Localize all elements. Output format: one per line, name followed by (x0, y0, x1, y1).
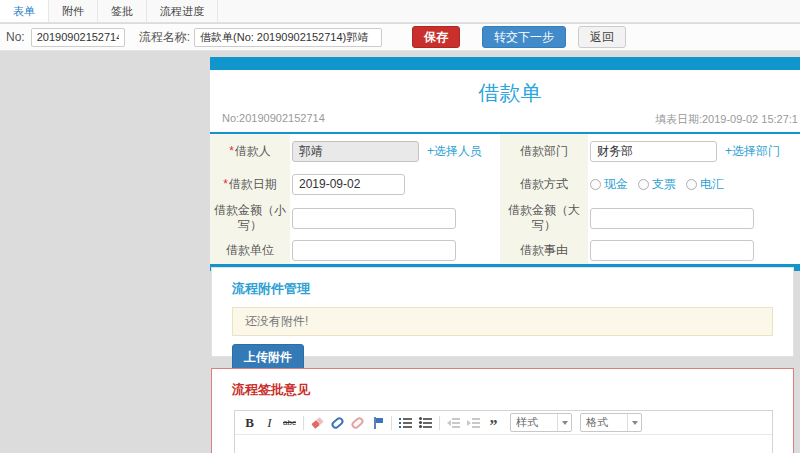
amount-upper-label-text: 借款金额（大写） (504, 203, 584, 233)
loan-unit-input[interactable] (292, 240, 456, 261)
indent-icon[interactable] (465, 414, 482, 431)
blockquote-icon[interactable]: ” (485, 414, 502, 431)
radio-cheque-label: 支票 (652, 176, 676, 193)
loan-date-field-cell (290, 168, 500, 200)
tab-progress[interactable]: 流程进度 (147, 0, 218, 22)
anchor-flag-icon[interactable] (369, 414, 386, 431)
radio-icon (686, 179, 697, 190)
italic-icon[interactable]: I (261, 414, 278, 431)
select-department-link[interactable]: +选择部门 (725, 143, 780, 160)
borrower-field-cell: +选择人员 (290, 134, 500, 168)
loan-reason-label: 借款事由 (500, 236, 588, 264)
loan-reason-input[interactable] (590, 240, 754, 261)
select-person-link[interactable]: +选择人员 (427, 143, 482, 160)
strikethrough-icon[interactable]: abc (281, 414, 298, 431)
radio-wire[interactable]: 电汇 (686, 176, 724, 193)
amount-lower-input[interactable] (292, 208, 456, 229)
loan-form-card: 借款单 No:20190902152714 填表日期:2019-09-02 15… (210, 57, 800, 262)
chevron-down-icon (627, 414, 641, 431)
toolbar-separator (391, 416, 392, 430)
header-accent-bar (210, 57, 800, 70)
editor-content-area[interactable] (235, 435, 772, 453)
radio-wire-label: 电汇 (700, 176, 724, 193)
loan-unit-label: 借款单位 (210, 236, 290, 264)
department-label-text: 借款部门 (520, 144, 568, 159)
borrower-input[interactable] (292, 141, 419, 162)
editor-toolbar: B I abc ” 样式 格式 (235, 411, 772, 435)
approval-heading: 流程签批意见 (212, 369, 793, 408)
loan-unit-field-cell (290, 236, 500, 264)
bold-icon[interactable]: B (241, 414, 258, 431)
bulleted-list-icon[interactable] (417, 414, 434, 431)
tab-sign[interactable]: 签批 (98, 0, 147, 22)
radio-cash-label: 现金 (604, 176, 628, 193)
required-mark: * (223, 177, 228, 192)
loan-reason-field-cell (588, 236, 800, 264)
flow-name-input[interactable] (194, 28, 382, 47)
tab-form[interactable]: 表单 (0, 0, 49, 22)
amount-upper-input[interactable] (590, 208, 754, 229)
numbered-list-icon[interactable] (397, 414, 414, 431)
chevron-down-icon (557, 414, 571, 431)
loan-reason-label-text: 借款事由 (520, 243, 568, 258)
loan-method-radio-group: 现金 支票 电汇 (590, 176, 724, 193)
loan-date-label: * 借款日期 (210, 168, 290, 200)
format-dropdown[interactable]: 格式 (580, 413, 642, 432)
next-step-button[interactable]: 转交下一步 (482, 26, 566, 48)
styles-dropdown-label: 样式 (516, 415, 538, 430)
approval-panel: 流程签批意见 B I abc ” 样式 格式 (211, 368, 794, 453)
form-title: 借款单 (210, 70, 800, 112)
unlink-icon[interactable] (349, 414, 366, 431)
radio-cash[interactable]: 现金 (590, 176, 628, 193)
outdent-icon[interactable] (445, 414, 462, 431)
link-icon[interactable] (329, 414, 346, 431)
remove-format-icon[interactable] (309, 414, 326, 431)
form-date-text: 填表日期:2019-09-02 15:27:1 (655, 112, 798, 127)
toolbar-separator (439, 416, 440, 430)
rich-text-editor: B I abc ” 样式 格式 (234, 410, 773, 453)
tab-attachments[interactable]: 附件 (49, 0, 98, 22)
no-label: No: (6, 30, 25, 44)
no-input[interactable] (31, 28, 125, 47)
upload-attachment-button[interactable]: 上传附件 (232, 344, 304, 371)
amount-upper-label: 借款金额（大写） (500, 200, 588, 236)
amount-lower-label: 借款金额（小写） (210, 200, 290, 236)
amount-upper-field-cell (588, 200, 800, 236)
loan-date-input[interactable] (292, 174, 405, 195)
attachments-heading: 流程附件管理 (212, 268, 793, 307)
format-dropdown-label: 格式 (586, 415, 608, 430)
required-mark: * (229, 144, 234, 159)
attachments-panel: 流程附件管理 还没有附件! 上传附件 (211, 267, 794, 357)
department-label: 借款部门 (500, 134, 588, 168)
borrower-label: * 借款人 (210, 134, 290, 168)
amount-lower-field-cell (290, 200, 500, 236)
tab-bar: 表单 附件 签批 流程进度 (0, 0, 800, 23)
radio-cheque[interactable]: 支票 (638, 176, 676, 193)
toolbar-separator (303, 416, 304, 430)
loan-unit-label-text: 借款单位 (226, 243, 274, 258)
loan-method-label: 借款方式 (500, 168, 588, 200)
radio-icon (590, 179, 601, 190)
save-button[interactable]: 保存 (412, 26, 460, 48)
borrower-label-text: 借款人 (235, 144, 271, 159)
back-button[interactable]: 返回 (578, 26, 626, 48)
loan-method-field-cell: 现金 支票 电汇 (588, 168, 800, 200)
department-field-cell: +选择部门 (588, 134, 800, 168)
flow-name-label: 流程名称: (139, 29, 190, 46)
department-input[interactable] (590, 141, 717, 162)
radio-icon (638, 179, 649, 190)
no-attachments-alert: 还没有附件! (232, 307, 773, 336)
form-no-text: No:20190902152714 (222, 112, 325, 127)
form-grid: * 借款人 +选择人员 借款部门 +选择部门 * 借款日期 借款方式 (210, 134, 800, 264)
styles-dropdown[interactable]: 样式 (510, 413, 572, 432)
amount-lower-label-text: 借款金额（小写） (214, 203, 286, 233)
loan-date-label-text: 借款日期 (229, 177, 277, 192)
loan-method-label-text: 借款方式 (520, 177, 568, 192)
action-toolbar: No: 流程名称: 保存 转交下一步 返回 (0, 24, 800, 51)
form-meta: No:20190902152714 填表日期:2019-09-02 15:27:… (210, 112, 800, 132)
